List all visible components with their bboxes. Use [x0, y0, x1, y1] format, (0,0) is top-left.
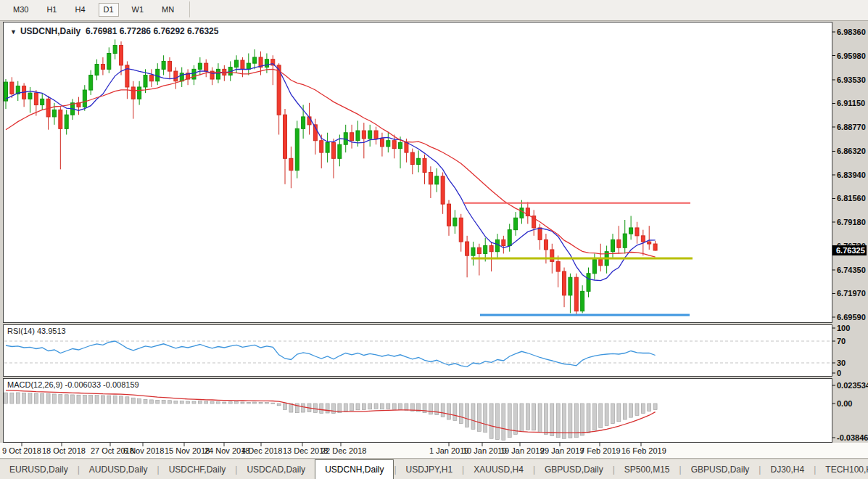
- price-axis-label: 6.69590: [837, 313, 866, 322]
- chart-tab-5-usdjpy-h1[interactable]: USDJPY,H1: [397, 459, 462, 479]
- rsi-axis-label: 0: [837, 369, 841, 377]
- price-axis-label: 6.79180: [837, 218, 866, 226]
- timeframe-button-m30[interactable]: M30: [8, 3, 33, 17]
- chart-tab-9-gbpusd-daily[interactable]: GBPUSD,Daily: [682, 459, 759, 479]
- timeframe-button-w1[interactable]: W1: [127, 3, 149, 17]
- toolbar-separator: [189, 1, 190, 17]
- main-chart-area[interactable]: [3, 22, 832, 323]
- chart-symbol: USDCNH,Daily: [20, 26, 80, 36]
- price-axis-label: 6.95980: [837, 52, 866, 60]
- price-axis-label: 6.93530: [837, 75, 866, 84]
- chart-tab-4-usdcnh-daily[interactable]: USDCNH,Daily: [315, 459, 394, 479]
- chart-title: ▼USDCNH,Daily 6.76981 6.77286 6.76292 6.…: [10, 26, 218, 36]
- date-axis-label: 29 Jan 2019: [540, 446, 584, 455]
- date-axis-label: 18 Oct 2018: [42, 446, 86, 455]
- date-axis-label: 9 Oct 2018: [2, 446, 41, 455]
- chart-tab-11-tech100-h1[interactable]: TECH100,H1: [816, 459, 868, 479]
- price-axis-label: 6.74350: [837, 266, 866, 274]
- date-axis-label: 16 Feb 2019: [621, 446, 666, 455]
- price-axis-label: 6.91150: [837, 99, 865, 107]
- chart-ohlc-values: 6.76981 6.77286 6.76292 6.76325: [86, 26, 219, 36]
- price-axis-label: 6.98360: [837, 28, 866, 36]
- chart-tab-10-dj30-h4[interactable]: DJ30,H4: [761, 459, 814, 479]
- rsi-axis-label: 100: [837, 324, 850, 332]
- chart-tab-1-audusd-daily[interactable]: AUDUSD,Daily: [80, 459, 157, 479]
- timeframe-button-d1[interactable]: D1: [99, 3, 119, 17]
- price-axis-label: 6.83940: [837, 171, 866, 179]
- macd-axis-label: 0.023534: [837, 381, 868, 390]
- chart-tab-7-gbpusd-daily[interactable]: GBPUSD,Daily: [535, 459, 613, 479]
- rsi-axis-label: 30: [837, 359, 846, 367]
- timeframe-toolbar: M30H1H4D1W1MN: [0, 0, 868, 21]
- timeframe-button-mn[interactable]: MN: [157, 3, 179, 17]
- macd-axis-label: -0.038466: [837, 433, 868, 442]
- price-axis-label: 6.86320: [837, 147, 866, 155]
- chart-tab-3-usdcad-daily[interactable]: USDCAD,Daily: [237, 459, 315, 479]
- date-axis-label: 22 Dec 2018: [321, 446, 366, 455]
- date-axis-label: 19 Jan 2019: [500, 446, 545, 455]
- chart-tab-2-usdchf-daily[interactable]: USDCHF,Daily: [160, 459, 236, 479]
- timeframe-button-h1[interactable]: H1: [41, 3, 62, 17]
- rsi-axis-label: 70: [837, 337, 846, 345]
- date-axis-label: 15 Nov 2018: [165, 446, 210, 455]
- date-axis[interactable]: 9 Oct 201818 Oct 201827 Oct 20186 Nov 20…: [0, 443, 868, 459]
- chart-tab-6-xauusd-h4[interactable]: XAUUSD,H4: [464, 459, 533, 479]
- date-axis-label: 7 Feb 2019: [580, 446, 621, 455]
- date-axis-label: 6 Nov 2018: [123, 446, 164, 455]
- macd-axis-label: 0.00: [837, 399, 852, 408]
- macd-indicator-label: MACD(12,26,9) -0.006033 -0.008159: [7, 380, 139, 389]
- chart-tab-8-sp500-m15[interactable]: SP500,M15: [615, 459, 679, 479]
- chevron-down-icon: ▼: [10, 28, 17, 36]
- rsi-panel-area[interactable]: [3, 324, 832, 377]
- price-axis-label: 6.88770: [837, 123, 866, 131]
- timeframe-button-h4[interactable]: H4: [70, 3, 90, 17]
- current-price-tag: 6.76325: [832, 245, 867, 255]
- timeframe-buttons: M30H1H4D1W1MN: [0, 2, 179, 15]
- price-axis-label: 6.81560: [837, 194, 866, 202]
- rsi-indicator-label: RSI(14) 43.9513: [7, 327, 66, 335]
- trading-app-window: M30H1H4D1W1MN ▼USDCNH,Daily 6.76981 6.77…: [0, 0, 868, 479]
- chart-tab-0-eurusd-daily[interactable]: EURUSD,Daily: [0, 459, 78, 479]
- price-axis-label: 6.71970: [837, 289, 866, 298]
- chart-tab-bar: EURUSD,Daily|AUDUSD,Daily|USDCHF,Daily|U…: [0, 459, 868, 479]
- date-axis-label: 4 Dec 2018: [241, 446, 282, 455]
